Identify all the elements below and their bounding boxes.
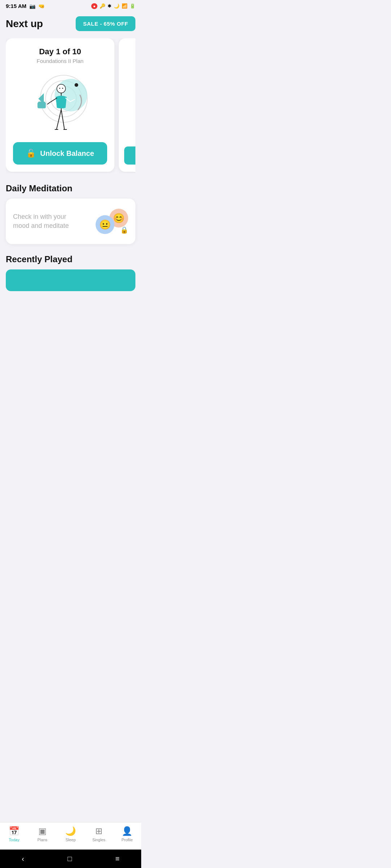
moon-icon: 🌙	[114, 3, 119, 9]
wifi-icon: 📶	[122, 3, 127, 9]
cards-scroll: Day 1 of 10 Foundations II Plan	[6, 38, 135, 173]
svg-point-10	[75, 83, 78, 87]
svg-point-8	[59, 88, 60, 89]
recently-played-card[interactable]	[6, 269, 135, 291]
battery-icon: 🔋	[130, 3, 135, 9]
lock-icon-small: 🔒	[120, 226, 128, 234]
meditation-figure-svg	[24, 70, 96, 135]
neutral-emoji: 😐	[96, 215, 114, 234]
svg-point-9	[62, 88, 63, 89]
svg-rect-5	[38, 102, 46, 108]
card-day-label: Day 1 of 10	[13, 47, 107, 56]
camera-icon: 📷	[29, 3, 35, 9]
recently-played-section: Recently Played	[6, 254, 135, 291]
main-content: Next up SALE - 65% OFF Day 1 of 10 Found…	[0, 10, 141, 335]
status-icons: ● 🔑 ✱ 🌙 📶 🔋	[91, 3, 135, 9]
svg-point-7	[57, 84, 66, 93]
unlock-button-label: Unlock Balance	[40, 149, 94, 158]
recently-played-title: Recently Played	[6, 254, 135, 264]
partial-card-button[interactable]	[124, 146, 135, 165]
unlock-balance-button[interactable]: 🔓 Unlock Balance	[13, 142, 107, 165]
key-icon: 🔑	[100, 3, 105, 9]
meditation-emoji-area: 😊 😐 🔒	[96, 209, 128, 234]
plan-illustration	[13, 70, 107, 135]
daily-meditation-section: Daily Meditation Check in with your mood…	[6, 183, 135, 244]
sale-button[interactable]: SALE - 65% OFF	[76, 16, 135, 31]
bluetooth-icon: ✱	[108, 3, 112, 9]
meditation-card-text: Check in with your mood and meditate	[13, 212, 76, 230]
meditation-card[interactable]: Check in with your mood and meditate 😊 😐…	[6, 199, 135, 244]
status-time: 9:15 AM	[6, 3, 26, 9]
header-row: Next up SALE - 65% OFF	[6, 16, 135, 31]
page-title: Next up	[6, 18, 43, 30]
svg-rect-6	[38, 102, 45, 103]
record-icon: ●	[91, 3, 97, 9]
daily-meditation-title: Daily Meditation	[6, 183, 135, 193]
card-plan-name: Foundations II Plan	[13, 58, 107, 64]
partial-card	[119, 38, 135, 172]
status-bar: 9:15 AM 📷 🤜 ● 🔑 ✱ 🌙 📶 🔋	[0, 0, 141, 10]
lock-icon: 🔓	[26, 149, 36, 158]
gesture-icon: 🤜	[38, 3, 45, 9]
plan-card: Day 1 of 10 Foundations II Plan	[6, 38, 114, 172]
